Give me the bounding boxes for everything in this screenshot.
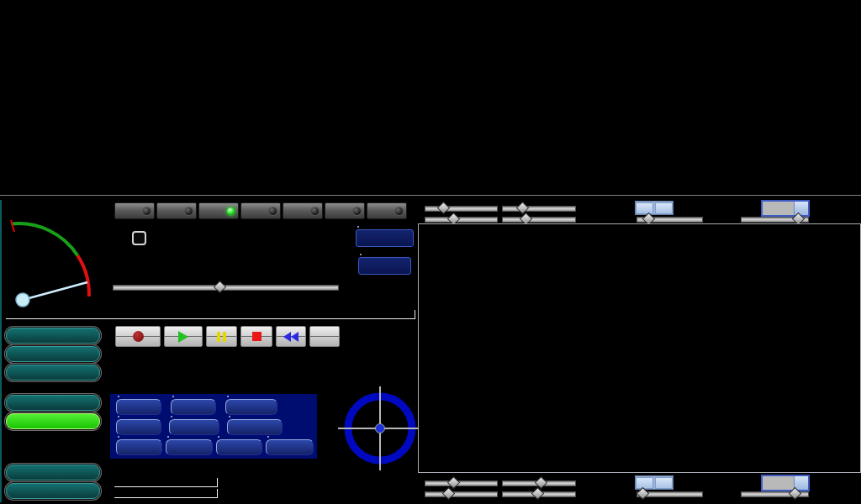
waterfall-brightness-slider-2[interactable] [425, 480, 498, 486]
info-update-button[interactable] [6, 395, 100, 411]
led-icon [269, 207, 277, 215]
waterfall-contrast-slider[interactable] [502, 206, 576, 212]
audio-spectrum[interactable] [419, 328, 860, 472]
mode-button-fm[interactable] [198, 202, 239, 219]
cw-peak-button[interactable] [216, 439, 262, 455]
nr-button[interactable] [116, 399, 161, 415]
spectrum-offset-slider-2[interactable] [502, 491, 576, 497]
agc-button[interactable] [169, 419, 219, 435]
main-spectrum-canvas [0, 165, 861, 195]
hdsdr-window [0, 0, 861, 504]
cw-zap-button[interactable] [116, 439, 162, 455]
rewind-button[interactable] [276, 326, 306, 347]
fullscreen-button[interactable] [6, 413, 100, 429]
avg-dropdown-value [763, 202, 794, 215]
volume-slider[interactable] [113, 285, 339, 291]
playback-progress[interactable] [6, 310, 415, 319]
slider-thumb[interactable] [531, 487, 545, 501]
squelch-knob[interactable] [16, 293, 29, 307]
waterfall-contrast-slider-2[interactable] [502, 480, 576, 486]
slider-thumb[interactable] [516, 202, 530, 215]
minimize-button[interactable] [6, 465, 100, 480]
samplerate-button[interactable] [6, 346, 100, 362]
zoom-slider-2[interactable] [637, 491, 703, 497]
loop-button[interactable] [309, 326, 340, 347]
frequency-ruler-ticks [0, 148, 861, 165]
phase-indicator [338, 383, 425, 470]
lo-lock-button[interactable] [132, 231, 146, 245]
avg-dropdown[interactable] [761, 200, 810, 217]
extio-button[interactable] [358, 257, 411, 275]
slider-thumb[interactable] [437, 202, 451, 215]
mode-button-lsb[interactable] [240, 202, 281, 219]
nb-button[interactable] [171, 399, 216, 415]
dsp-panel [110, 394, 317, 459]
mode-button-usb[interactable] [283, 202, 323, 219]
pan-right-button[interactable] [655, 477, 673, 489]
pan-right-button[interactable] [655, 202, 673, 214]
cpu-hdsdr-bar [114, 478, 218, 487]
notch-button[interactable] [225, 399, 277, 415]
pan-left-button[interactable] [636, 202, 653, 214]
phase-center-dot [376, 424, 385, 433]
main-waterfall[interactable] [0, 0, 861, 148]
audio-display-group [418, 223, 861, 473]
zoom-slider[interactable] [637, 217, 703, 223]
volume-slider-thumb[interactable] [214, 281, 227, 294]
record-icon [133, 331, 144, 342]
led-icon [143, 207, 151, 215]
audio-frequency-scale[interactable] [419, 312, 860, 328]
smeter-green-arc [11, 223, 77, 255]
speed-slider-2[interactable] [741, 491, 809, 497]
avg-dropdown-value [763, 476, 794, 490]
options-button[interactable] [6, 365, 100, 381]
soundcard-button[interactable] [6, 328, 100, 344]
mode-button-ecss[interactable] [156, 202, 197, 219]
stop-icon [252, 332, 261, 341]
pan-control[interactable] [635, 201, 673, 215]
exit-button[interactable] [6, 483, 100, 499]
stop-button[interactable] [240, 326, 272, 347]
mode-button-drm[interactable] [367, 202, 407, 219]
audio-waterfall[interactable] [419, 224, 860, 312]
squelch-needle[interactable] [23, 282, 87, 300]
play-button[interactable] [164, 326, 203, 347]
s-meter[interactable] [2, 202, 109, 309]
cpu-total-bar [114, 489, 218, 498]
mode-button-row [114, 202, 407, 219]
spectrum-range-slider[interactable] [425, 217, 498, 223]
despread-button[interactable] [227, 419, 283, 435]
mode-button-cw[interactable] [325, 202, 365, 219]
pan-left-button[interactable] [636, 477, 653, 489]
play-icon [178, 331, 188, 343]
spectrum-range-slider-2[interactable] [425, 491, 498, 497]
speed-slider[interactable] [741, 217, 809, 223]
mute-button[interactable] [116, 419, 161, 435]
pause-button[interactable] [206, 326, 237, 347]
freq-mgr-button[interactable] [356, 229, 414, 247]
led-icon [311, 207, 319, 215]
cw-afc-button[interactable] [166, 439, 212, 455]
smeter-red-arc [77, 255, 89, 297]
led-icon [395, 207, 403, 215]
smeter-signal-needle [11, 220, 14, 232]
frequency-ruler[interactable] [0, 148, 861, 165]
avg-dropdown-2[interactable] [761, 475, 810, 491]
led-icon [185, 207, 193, 215]
pause-icon [217, 332, 220, 342]
dropdown-arrow-icon[interactable] [794, 202, 808, 215]
cw-fullbw-button[interactable] [266, 439, 314, 455]
led-icon [227, 207, 235, 215]
main-spectrum[interactable] [0, 165, 861, 196]
transport-bar [115, 326, 340, 347]
record-button[interactable] [115, 326, 161, 347]
waterfall-brightness-slider[interactable] [425, 206, 498, 212]
spectrum-offset-slider[interactable] [502, 217, 576, 223]
led-icon [353, 207, 361, 215]
rewind-icon [283, 332, 298, 342]
mode-button-am[interactable] [114, 202, 155, 219]
